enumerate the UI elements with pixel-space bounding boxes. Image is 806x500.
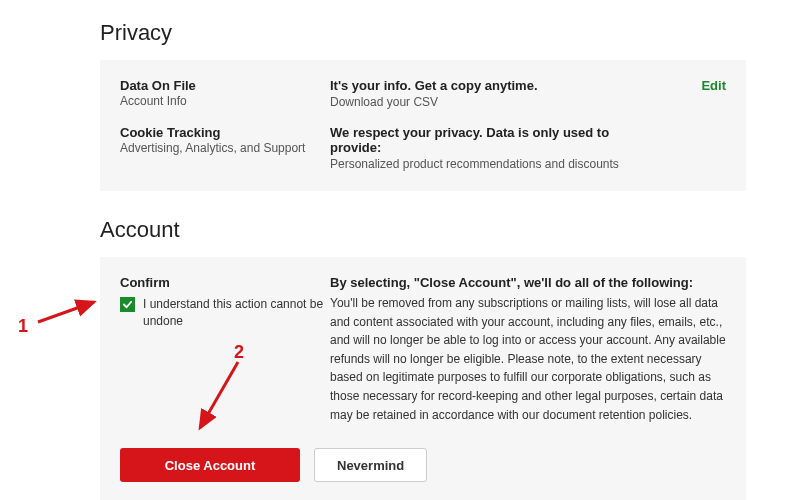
data-on-file-title: Data On File bbox=[120, 78, 330, 93]
annotation-1-label: 1 bbox=[18, 316, 28, 336]
confirm-text: I understand this action cannot be undon… bbox=[143, 296, 330, 330]
annotation-1-arrow bbox=[32, 298, 102, 328]
cookie-desc: Personalized product recommendations and… bbox=[330, 155, 646, 173]
privacy-heading: Privacy bbox=[100, 20, 746, 46]
button-row: Close Account Nevermind bbox=[120, 448, 726, 482]
close-account-button[interactable]: Close Account bbox=[120, 448, 300, 482]
close-account-head: By selecting, "Close Account", we'll do … bbox=[330, 275, 726, 290]
cookie-sub: Advertising, Analytics, and Support bbox=[120, 140, 330, 157]
edit-link[interactable]: Edit bbox=[701, 78, 726, 93]
data-on-file-head: It's your info. Get a copy anytime. bbox=[330, 78, 646, 93]
account-heading: Account bbox=[100, 217, 746, 243]
privacy-panel: Data On File Account Info It's your info… bbox=[100, 60, 746, 191]
data-on-file-row: Data On File Account Info It's your info… bbox=[120, 78, 726, 111]
close-account-body: You'll be removed from any subscriptions… bbox=[330, 294, 726, 424]
confirm-block: I understand this action cannot be undon… bbox=[120, 296, 330, 330]
svg-line-0 bbox=[38, 302, 94, 322]
check-icon bbox=[122, 299, 133, 310]
confirm-checkbox[interactable] bbox=[120, 297, 135, 312]
account-panel: Confirm I understand this action cannot … bbox=[100, 257, 746, 500]
cookie-head: We respect your privacy. Data is only us… bbox=[330, 125, 646, 155]
nevermind-button[interactable]: Nevermind bbox=[314, 448, 427, 482]
cookie-tracking-row: Cookie Tracking Advertising, Analytics, … bbox=[120, 125, 726, 173]
annotation-1: 1 bbox=[18, 316, 28, 337]
data-on-file-sub: Account Info bbox=[120, 93, 330, 110]
data-on-file-desc: Download your CSV bbox=[330, 93, 646, 111]
confirm-title: Confirm bbox=[120, 275, 330, 290]
close-account-row: Confirm I understand this action cannot … bbox=[120, 275, 726, 424]
cookie-title: Cookie Tracking bbox=[120, 125, 330, 140]
